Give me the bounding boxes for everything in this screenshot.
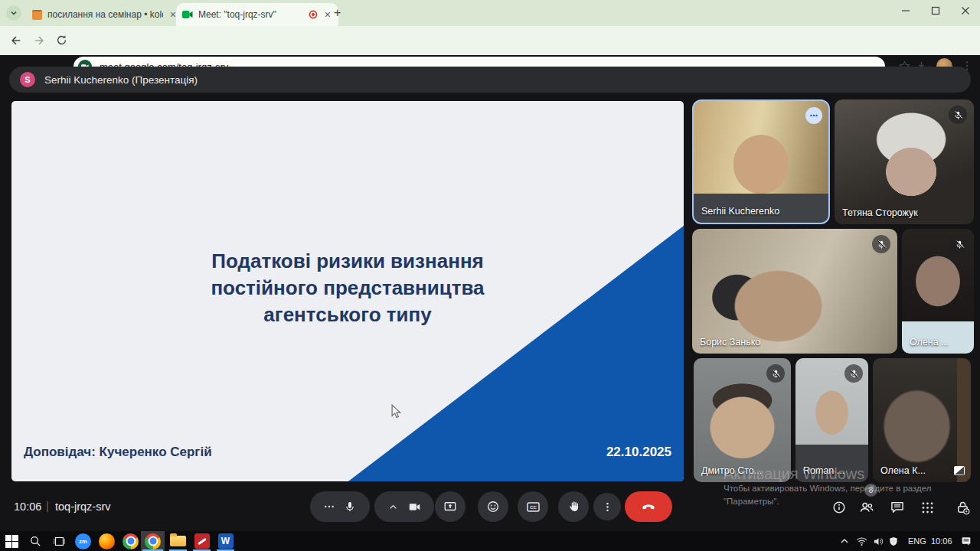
search-icon: [29, 535, 42, 548]
svg-text:CC: CC: [530, 505, 537, 510]
presenter-avatar: S: [20, 72, 35, 87]
presenting-banner-label: Serhii Kucherenko (Презентація): [44, 74, 198, 86]
red-app-icon: [194, 533, 210, 549]
minimize-icon: [901, 6, 910, 15]
meeting-time: 10:06: [14, 500, 41, 513]
tab-title: посилання на семінар • kolesn: [47, 9, 163, 20]
camera-button-group[interactable]: [374, 491, 434, 522]
participant-name: Олена К...: [880, 465, 926, 476]
mouse-cursor: [390, 404, 403, 419]
slide-presenter: Доповідач: Кучеренко Сергій: [24, 445, 212, 460]
tile-menu-button[interactable]: [805, 107, 822, 124]
end-call-button[interactable]: [625, 491, 672, 522]
raise-hand-icon: [567, 500, 580, 514]
slide-date: 22.10.2025: [606, 445, 671, 460]
windows-logo-icon: [5, 535, 18, 548]
meeting-code: toq-jrqz-srv: [55, 500, 111, 513]
taskbar-chrome-active[interactable]: [141, 531, 165, 551]
speaker-icon: [873, 536, 884, 546]
tab-recording-indicator-icon: [309, 10, 318, 19]
taskbar-file-explorer[interactable]: [166, 531, 190, 551]
firefox-icon: [99, 533, 115, 549]
audio-options-icon: [324, 501, 335, 512]
more-options-button[interactable]: [593, 493, 621, 520]
more-options-icon: [809, 111, 818, 120]
mic-muted-icon: [950, 235, 969, 253]
chevron-up-icon: [841, 538, 848, 544]
zoom-app-icon: zm: [75, 533, 91, 549]
word-icon: W: [218, 533, 234, 549]
raise-hand-button[interactable]: [558, 491, 589, 522]
video-tile-serhii[interactable]: Serhii Kucherenko: [692, 99, 830, 224]
window-maximize-button[interactable]: [931, 6, 940, 18]
taskbar-chrome[interactable]: [119, 531, 142, 551]
video-tile-dmytro[interactable]: Дмитро Сто...: [694, 358, 791, 482]
chrome-icon: [145, 533, 161, 549]
watermark-line3: "Параметры".: [724, 495, 953, 508]
taskbar-zoom-app[interactable]: zm: [71, 531, 95, 551]
maximize-icon: [931, 6, 940, 15]
taskbar-firefox[interactable]: [95, 531, 119, 551]
browser-tab-strip: посилання на семінар • kolesn × Meet: "t…: [0, 0, 980, 26]
video-tile-olena-k[interactable]: Олена К...: [873, 358, 971, 482]
forward-button[interactable]: [32, 34, 46, 51]
action-center-icon: [960, 536, 972, 547]
video-tile-olena[interactable]: Олена ...: [902, 229, 974, 354]
kebab-menu-icon: [602, 501, 613, 513]
shield-icon: [888, 536, 899, 547]
video-tile-tetiana[interactable]: Тетяна Сторожук: [835, 99, 974, 224]
video-tile-borys[interactable]: Борис Занько: [692, 229, 897, 354]
tab-title: Meet: "toq-jrqz-srv": [198, 9, 303, 20]
smiley-icon: [486, 500, 500, 514]
participant-name: Serhii Kucherenko: [701, 206, 779, 217]
video-tile-roman[interactable]: Roman ...: [795, 358, 868, 482]
tray-clock[interactable]: 10:06: [931, 536, 952, 546]
window-minimize-button[interactable]: [901, 6, 910, 18]
mic-muted-icon: [766, 364, 785, 383]
tab-close-icon[interactable]: ×: [323, 9, 332, 20]
reload-button[interactable]: [55, 34, 68, 50]
taskbar-medoc-app[interactable]: [190, 531, 214, 551]
window-close-button[interactable]: [961, 6, 970, 18]
tray-hidden-icons-button[interactable]: [836, 531, 853, 551]
tray-language[interactable]: ENG: [908, 536, 926, 546]
mic-muted-icon: [844, 364, 863, 383]
new-tab-button[interactable]: +: [334, 6, 341, 20]
watermark-line2: Чтобы активировать Windows, перейдите в …: [724, 482, 953, 495]
footer-divider: |: [46, 499, 49, 512]
chevron-down-icon: [10, 9, 18, 17]
site-favicon: [32, 10, 42, 20]
tray-wifi-button[interactable]: [853, 531, 870, 551]
tab-search-button[interactable]: [6, 5, 21, 21]
present-screen-button[interactable]: [435, 491, 466, 522]
action-center-button[interactable]: [956, 531, 977, 551]
mic-muted-icon: [872, 235, 890, 253]
task-view-icon: [53, 535, 66, 548]
meet-favicon: [182, 10, 193, 19]
browser-toolbar: meet.google.com/toq-jrqz-srv: [0, 26, 980, 55]
slide-title: Податкові ризики визнання постійного пре…: [164, 248, 531, 328]
tray-volume-button[interactable]: [870, 531, 887, 551]
start-button[interactable]: [0, 531, 24, 551]
participant-name: Олена ...: [910, 337, 949, 347]
participant-name: Борис Занько: [700, 337, 760, 347]
reactions-button[interactable]: [478, 491, 508, 522]
windows-taskbar: zm W: [0, 531, 980, 551]
presentation-slide: Податкові ризики визнання постійного пре…: [11, 101, 684, 481]
reload-icon: [55, 34, 68, 47]
back-button[interactable]: [9, 34, 23, 51]
camera-icon: [408, 500, 421, 514]
taskbar-word[interactable]: W: [214, 531, 237, 551]
desktop: посилання на семінар • kolesn × Meet: "t…: [0, 0, 980, 551]
present-screen-icon: [443, 500, 457, 514]
host-lock-icon: [955, 500, 971, 516]
mic-muted-icon: [949, 106, 967, 124]
tray-defender-button[interactable]: [885, 531, 902, 551]
chrome-icon: [122, 533, 139, 549]
task-view-button[interactable]: [47, 531, 71, 551]
captions-button[interactable]: CC: [518, 491, 548, 522]
mic-button-group[interactable]: [310, 491, 370, 522]
taskbar-search-button[interactable]: [24, 531, 47, 551]
tab-meet[interactable]: Meet: "toq-jrqz-srv" ×: [176, 3, 338, 26]
tab-seminar-link[interactable]: посилання на семінар • kolesn ×: [26, 3, 184, 26]
